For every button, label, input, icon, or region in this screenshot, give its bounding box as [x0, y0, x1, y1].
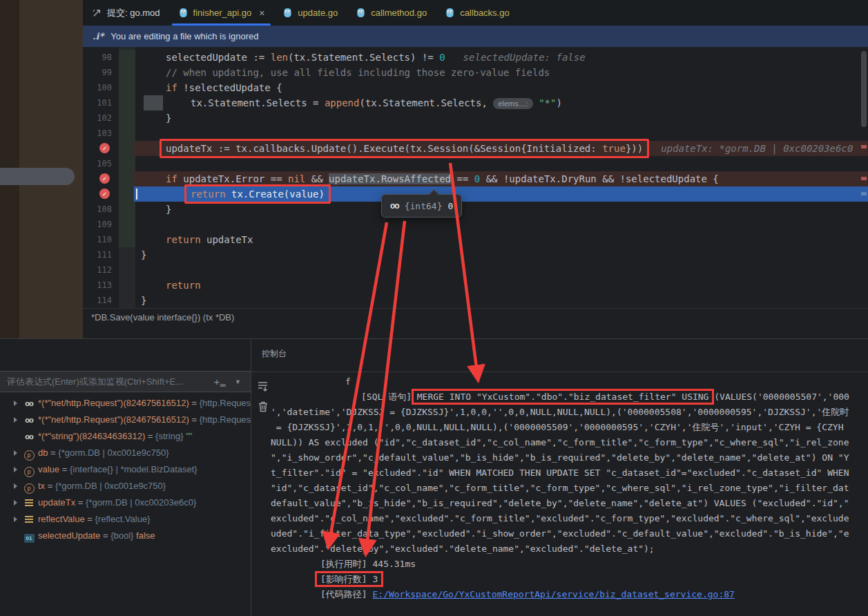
scrollbar-error-mark — [861, 145, 867, 148]
line-number: 114 — [83, 293, 112, 308]
watch-row-tx[interactable]: ptx = {*gorm.DB | 0xc001e9c750} — [0, 478, 251, 494]
scrollbar-caret-mark — [861, 192, 867, 195]
watch-row-expr[interactable]: oo*(*"string")(824634636312) = {string} … — [0, 428, 251, 445]
watch-glasses-icon: oo — [23, 395, 35, 412]
watch-value: {interface{} | *model.BizDataset} — [70, 464, 197, 474]
evaluate-expression-input[interactable] — [0, 376, 211, 387]
code-line-109[interactable]: 109 — [83, 217, 868, 232]
code-line-100[interactable]: 100if !selectedUpdate { — [83, 80, 868, 95]
watch-value-literal: false — [136, 530, 155, 541]
hidden-toolwindow-handle[interactable] — [0, 168, 75, 185]
code-line-108[interactable]: 108} — [83, 202, 868, 217]
line-number: 105 — [83, 156, 112, 171]
parameter-icon: p — [23, 445, 35, 461]
code-line-112[interactable]: 112 — [83, 262, 868, 278]
watch-value: {bool} — [110, 530, 136, 541]
expander-icon[interactable] — [14, 517, 17, 522]
scrollbar-error-mark — [861, 177, 867, 180]
tab-finisher-api-go[interactable]: finisher_api.go × — [169, 0, 274, 26]
code-text: } — [166, 110, 171, 126]
watch-glasses-icon: oo — [23, 428, 35, 445]
code-text: if !selectedUpdate { — [166, 80, 282, 95]
variable-icon — [23, 511, 35, 528]
code-editor[interactable]: 98selectedUpdate := len(tx.Statement.Sel… — [83, 47, 868, 308]
primitive-icon: 01 — [23, 528, 35, 544]
expander-icon[interactable] — [14, 483, 17, 489]
tab-callmethod-go[interactable]: callmethod.go — [347, 0, 436, 26]
tab-label: 提交: go.mod — [107, 7, 160, 19]
line-number: 98 — [83, 50, 112, 65]
code-line-114[interactable]: 114} — [83, 293, 868, 308]
expander-icon[interactable] — [14, 401, 17, 406]
annotation-box: MERGE INTO "YxCustom"."dbo"."biz_dataset… — [412, 389, 715, 405]
vertical-splitter[interactable] — [251, 338, 251, 616]
console-line: "id","c_dataset_id","c_col_name","c_form… — [271, 481, 866, 496]
code-line-113[interactable]: 113return — [83, 278, 868, 293]
console-line: excluded"."c_col_name","excluded"."c_for… — [271, 511, 866, 526]
console-output[interactable]: f[SQL 语句] MERGE INTO "YxCustom"."dbo"."b… — [271, 374, 866, 615]
watch-value: {reflect.Value} — [95, 514, 151, 524]
code-line-101[interactable]: 101tx.Statement.Selects = append(tx.Stat… — [83, 95, 868, 110]
editor-tab-bar: 提交: go.mod finisher_api.go × update.go c… — [83, 0, 868, 26]
code-line-110[interactable]: 110return updateTx — [83, 232, 868, 247]
code-line-105[interactable]: 105 — [83, 156, 868, 171]
watch-row-expr[interactable]: oo*(*"net/http.Request")(824675616512) =… — [0, 412, 251, 428]
go-gopher-icon — [356, 8, 366, 18]
line-number: 111 — [83, 247, 112, 262]
tab-commit-gomod[interactable]: 提交: go.mod — [83, 0, 169, 26]
console-tab[interactable]: 控制台 — [262, 348, 287, 360]
chevron-down-icon[interactable]: ▼ — [228, 378, 251, 385]
expander-icon[interactable] — [14, 500, 17, 506]
inline-debug-hint: selectedUpdate: false — [463, 52, 586, 63]
annotation-box: [影响行数] 3 — [315, 571, 383, 587]
watch-row-value[interactable]: pvalue = {interface{} | *model.BizDatase… — [0, 461, 251, 478]
console-line: excluded"."delete_by","excluded"."delete… — [271, 541, 866, 557]
code-text: } — [166, 202, 171, 217]
watch-value: {http.Request} — [200, 414, 251, 425]
code-line-98[interactable]: 98selectedUpdate := len(tx.Statement.Sel… — [83, 50, 868, 65]
param-hint-chip: elems…: — [493, 98, 532, 109]
breakpoint-icon[interactable]: ✓ — [99, 143, 110, 153]
code-line-99[interactable]: 99// when updating, use all fields inclu… — [83, 65, 868, 80]
add-watch-icon[interactable]: +oo — [211, 376, 229, 388]
watch-value-literal: "" — [186, 431, 192, 441]
go-gopher-icon — [445, 8, 455, 18]
console-line: = {DJZKSSJ}',1,0,1,'',0,0,NULL,NULL,NULL… — [271, 420, 866, 435]
soft-wrap-icon[interactable] — [257, 380, 269, 392]
tab-label: update.go — [298, 8, 338, 18]
close-icon[interactable]: × — [259, 8, 264, 19]
code-text: return tx.Create(value) — [191, 186, 325, 202]
line-number: 108 — [83, 202, 112, 217]
debug-variables-panel: +oo ▼ oo*(*"net/http.Request")(824675616… — [0, 338, 251, 616]
breakpoint-icon[interactable]: ✓ — [99, 189, 110, 199]
left-tool-rail — [0, 0, 83, 338]
tab-callbacks-go[interactable]: callbacks.go — [436, 0, 519, 26]
console-line: [影响行数] 3 — [271, 572, 866, 587]
watch-row-selectedUpdate[interactable]: 01selectedUpdate = {bool} false — [0, 528, 251, 544]
console-line: f — [271, 374, 866, 389]
code-line-111[interactable]: 111} — [83, 247, 868, 262]
code-line-104[interactable]: ✓updateTx := tx.callbacks.Update().Execu… — [83, 141, 868, 156]
tab-update-go[interactable]: update.go — [273, 0, 347, 26]
line-number: 103 — [83, 126, 112, 141]
watch-row-reflectValue[interactable]: reflectValue = {reflect.Value} — [0, 511, 251, 528]
code-line-107[interactable]: ✓return tx.Create(value) — [83, 186, 868, 202]
breakpoint-icon[interactable]: ✓ — [99, 173, 110, 184]
expander-icon[interactable] — [14, 417, 17, 423]
expander-icon[interactable] — [14, 450, 17, 456]
watch-row-updateTx[interactable]: updateTx = {*gorm.DB | 0xc00203e6c0} — [0, 494, 251, 511]
code-line-102[interactable]: 102} — [83, 110, 868, 126]
line-number: 113 — [83, 278, 112, 293]
tab-label: finisher_api.go — [193, 8, 252, 18]
expander-icon[interactable] — [14, 467, 17, 472]
inline-debug-hint: updateTx: *gorm.DB | 0xc00203e6c0 — [661, 143, 853, 154]
watch-row-db[interactable]: pdb = {*gorm.DB | 0xc001e9c750} — [0, 445, 251, 461]
editor-scrollbar[interactable] — [861, 51, 867, 127]
source-path-link[interactable]: E:/Workspace/Go/YxCustomReportApi/servic… — [372, 589, 734, 599]
watch-row-expr[interactable]: oo*(*"net/http.Request")(824675616512) =… — [0, 395, 251, 412]
line-number: 102 — [83, 110, 112, 126]
watch-glasses-icon: oo — [23, 412, 35, 428]
console-line: default_value","b_is_hide","b_is_require… — [271, 496, 866, 511]
horizontal-splitter[interactable] — [0, 338, 868, 339]
trash-icon[interactable] — [257, 401, 269, 413]
